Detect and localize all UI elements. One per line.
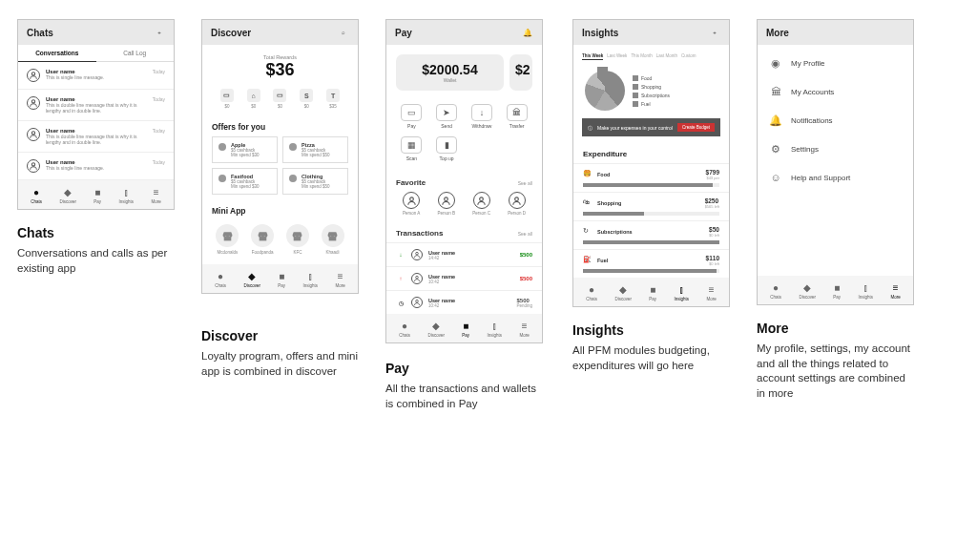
chat-row[interactable]: User nameThis is double line message tha… [18,90,174,121]
tab-insights[interactable]: ⫿Insights [303,271,319,288]
menu-icon: 🏛 [769,85,782,98]
tab-pay[interactable]: ■Pay [649,284,656,301]
category-item[interactable]: ▭$0 [273,89,286,109]
svg-point-2 [31,132,34,135]
transaction-row[interactable]: ↑ User name10:42 $500 [386,266,542,290]
period-chip[interactable]: Last Month [656,52,677,60]
tab-conversations[interactable]: Conversations [18,45,96,62]
transaction-row[interactable]: ◷ User name10:42 $500Pending [386,290,542,314]
tab-insights[interactable]: ⫿Insights [119,187,135,204]
period-chip[interactable]: Custom [681,52,696,60]
pay-action-pay[interactable]: ▭Pay [394,100,429,133]
miniapp-item[interactable]: Khaadi [322,224,344,255]
category-item[interactable]: T$35 [326,89,340,109]
tab-insights[interactable]: ⫿Insights [488,321,503,338]
bell-icon[interactable]: 🔔 [522,27,533,38]
tab-pay[interactable]: ■Pay [833,282,841,300]
menu-icon: ☺ [769,171,782,184]
tab-icon: ◆ [803,282,811,293]
menu-icon: 🔔 [769,114,782,127]
pay-action-withdraw[interactable]: ↓Withdraw [465,100,500,133]
pay-action-top up[interactable]: ▮Top up [429,133,465,165]
favorite-person[interactable]: Person D [508,192,526,216]
tab-discover[interactable]: ◆Discover [799,282,816,300]
transaction-row[interactable]: ↓ User name14:42 $500 [386,242,542,266]
tab-icon: ■ [94,187,100,197]
expenditure-row[interactable]: 🍔Food$799$43 per [573,163,729,192]
progress-bar [583,269,719,273]
see-all-link[interactable]: See all [518,180,532,186]
offer-card[interactable]: Fastfood$5 cashbackMin spend $30 [212,168,278,195]
miniapp-item[interactable]: Foodpanda [251,224,274,255]
tab-more[interactable]: ≡More [519,321,529,338]
pay-action-send[interactable]: ➤Send [429,100,465,133]
tab-more[interactable]: ≡More [890,282,900,300]
tab-chats[interactable]: ●Chats [399,321,410,338]
miniapp-item[interactable]: Mcdonalds [216,224,239,255]
miniapp-row: McdonaldsFoodpandaKFCKhaadi [202,220,358,264]
category-item[interactable]: ▭$0 [220,89,234,109]
add-chat-icon[interactable]: + [154,27,165,38]
tab-insights[interactable]: ⫿Insights [675,284,690,301]
pay-action-trasfer[interactable]: 🏛Trasfer [499,100,534,133]
tab-pay[interactable]: ■Pay [278,271,285,288]
offer-card[interactable]: Clothing$5 cashbackMin spend $50 [282,168,348,195]
avatar-icon [27,96,40,110]
more-item[interactable]: 🏛My Accounts [758,77,913,106]
miniapp-item[interactable]: KFC [286,224,309,255]
tabbar: ●Chats◆Discover■Pay⫿Insights≡More [202,264,358,293]
tab-chats[interactable]: ●Chats [215,271,226,288]
category-icon: T [326,89,340,102]
tab-pay[interactable]: ■Pay [94,187,101,204]
more-item[interactable]: ☺Help and Support [758,163,913,192]
more-item[interactable]: ⚙Settings [758,135,913,163]
category-icon: ↻ [583,227,592,237]
svg-point-12 [409,197,413,200]
wallet-card-next[interactable]: $2 [509,54,532,91]
period-chip[interactable]: Last Week [607,52,627,60]
more-item[interactable]: ◉My Profile [758,49,913,77]
favorite-person[interactable]: Person C [472,192,490,216]
period-chip[interactable]: This Month [631,52,652,60]
pay-action-scan[interactable]: ▦Scan [394,133,429,165]
tab-discover[interactable]: ◆Discover [614,284,632,301]
favorite-person[interactable]: Person B [438,192,456,216]
tab-icon: ● [773,282,779,293]
offer-card[interactable]: Apple$5 cashbackMin spend $30 [212,136,278,163]
search-icon[interactable]: ⌕ [338,27,349,38]
expenditure-row[interactable]: ↻Subscriptions$50$0 left [573,220,729,249]
tab-more[interactable]: ≡More [335,271,344,288]
tab-chats[interactable]: ●Chats [31,187,42,204]
tab-more[interactable]: ≡More [151,187,160,204]
more-item[interactable]: 🔔Notifications [758,106,913,135]
avatar-icon [411,297,423,308]
tab-discover[interactable]: ◆Discover [243,271,260,288]
tab-more[interactable]: ≡More [706,284,716,301]
tab-call-log[interactable]: Call Log [96,45,175,62]
wallet-row: $2000.54 Wallet $2 [386,45,542,98]
offer-card[interactable]: Pizza$5 cashbackMin spend $50 [282,136,348,163]
favorite-person[interactable]: Person A [403,192,420,216]
period-chip[interactable]: This Week [582,52,603,60]
expenditure-row[interactable]: 🛍Shopping$250$565 left [573,192,729,220]
chats-subtabs: Conversations Call Log [18,45,174,62]
tab-pay[interactable]: ■Pay [462,321,469,338]
tab-icon: ■ [834,282,840,293]
tab-discover[interactable]: ◆Discover [59,187,76,204]
category-item[interactable]: ⌂$0 [247,89,260,109]
tab-insights[interactable]: ⫿Insights [859,282,874,300]
tab-discover[interactable]: ◆Discover [427,321,445,338]
tab-chats[interactable]: ●Chats [586,284,597,301]
expenditure-row[interactable]: ⛽Fuel$110$0 left [573,249,729,278]
tab-chats[interactable]: ●Chats [770,282,781,300]
pay-title: Pay [395,28,412,38]
category-item[interactable]: S$0 [300,89,313,109]
add-icon[interactable]: + [709,27,720,38]
chat-row[interactable]: User nameThis is single line message. To… [18,153,174,180]
create-budget-button[interactable]: Create Budget [677,123,715,132]
wallet-card[interactable]: $2000.54 Wallet [396,54,504,91]
see-all-link[interactable]: See all [518,231,532,237]
chat-row[interactable]: User nameThis is double line message tha… [18,121,174,153]
offers-grid: Apple$5 cashbackMin spend $30 Pizza$5 ca… [202,136,358,200]
chat-row[interactable]: User nameThis is single line message. To… [18,62,174,90]
